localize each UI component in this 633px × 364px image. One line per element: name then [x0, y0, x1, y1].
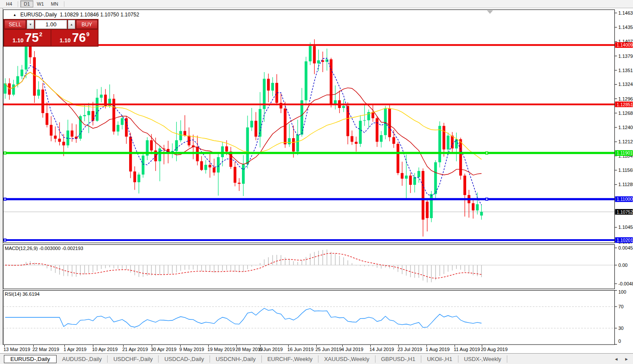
svg-text:1.13795: 1.13795 [618, 54, 633, 59]
svg-text:1.11901: 1.11901 [617, 150, 633, 155]
buy-price-big: 76 [72, 31, 86, 45]
svg-text:1.10450: 1.10450 [618, 225, 633, 230]
date-label: 30 Apr 2019 [151, 347, 176, 352]
chart-tab-bar: EURUSD-,DailyAUDUSD-,DailyUSDCHF-,DailyU… [0, 353, 633, 364]
date-label: 13 Mar 2019 [3, 347, 30, 352]
date-label: 16 Jun 2019 [287, 347, 314, 352]
date-label: 4 Jul 2019 [341, 347, 363, 352]
svg-text:1.11285: 1.11285 [618, 182, 633, 187]
svg-text:1.13240: 1.13240 [618, 82, 633, 87]
chart-title: ▲EURUSD-,Daily1.10829 1.10846 1.10750 1.… [13, 12, 139, 18]
svg-text:1.12851: 1.12851 [617, 102, 633, 107]
chart-ohlc-values: 1.10829 1.10846 1.10750 1.10752 [60, 12, 140, 18]
timeframe-toolbar: H4D1W1MN [0, 0, 633, 8]
chart-tab-usdcnh-daily[interactable]: USDCNH-,Daily [210, 355, 261, 363]
svg-text:1.14009: 1.14009 [617, 42, 633, 47]
date-label: 20 Aug 2019 [481, 347, 508, 352]
sell-price-sup: 2 [39, 30, 42, 38]
svg-text:1.12680: 1.12680 [618, 111, 633, 116]
timeframe-button-h4[interactable]: H4 [3, 0, 16, 7]
svg-text:0: 0 [618, 339, 621, 344]
buy-button[interactable]: BUY [76, 20, 98, 29]
volume-increase-button[interactable]: ▲ [68, 20, 75, 29]
rsi-axis: 10070300 [615, 290, 626, 345]
buy-price-sup: 9 [86, 30, 89, 38]
date-axis: 13 Mar 201922 Mar 20191 Apr 201910 Apr 2… [0, 345, 633, 353]
volume-input[interactable]: 1.00 [35, 20, 67, 29]
rsi-value: 36.6194 [22, 291, 40, 297]
svg-text:1.14635: 1.14635 [618, 10, 633, 16]
svg-text:30: 30 [618, 326, 623, 331]
rsi-indicator-panel: 10070300 [0, 290, 633, 345]
rsi-name: RSI(14) [5, 291, 21, 297]
date-label: 1 Aug 2019 [426, 347, 450, 352]
svg-text:1.11000: 1.11000 [617, 196, 633, 202]
svg-text:70: 70 [618, 304, 623, 309]
chart-tab-eurchf-weekly[interactable]: EURCHF-,Weekly [262, 355, 319, 363]
collapse-trade-panel-icon[interactable]: ▲ [13, 13, 16, 17]
chart-tab-usdcad-daily[interactable]: USDCAD-,Daily [159, 355, 210, 363]
rsi-label: RSI(14) 36.6194 [5, 291, 40, 297]
svg-text:-0.004806: -0.004806 [618, 281, 633, 286]
chart-tab-xauusd-weekly[interactable]: XAUUSD-,Weekly [318, 355, 375, 363]
svg-text:1.12400: 1.12400 [618, 125, 633, 130]
chart-tab-eurusd-daily[interactable]: EURUSD-,Daily [4, 355, 57, 363]
macd-label: MACD(12,26,9) -0.003000 -0.002193 [5, 246, 83, 251]
svg-text:1.10201: 1.10201 [617, 237, 633, 243]
chart-tab-audusd-daily[interactable]: AUDUSD-,Daily [57, 355, 108, 363]
tab-scroll-left-icon[interactable]: ◄ [614, 357, 618, 361]
svg-text:1.13515: 1.13515 [618, 68, 633, 73]
toolbar-separator [18, 1, 18, 7]
date-label: 21 Apr 2019 [122, 347, 148, 352]
svg-text:1.11565: 1.11565 [618, 168, 633, 173]
timeframe-button-mn[interactable]: MN [48, 0, 62, 7]
date-label: 19 May 2019 [207, 347, 235, 352]
chart-shift-marker-icon[interactable] [487, 10, 493, 14]
sell-price-big: 75 [25, 31, 38, 45]
date-label: 9 May 2019 [179, 347, 204, 352]
one-click-trading-panel: SELL ▼ 1.00 ▲ BUY 1.10 75 2 1.10 76 9 [3, 19, 99, 47]
chart-symbol-period: EURUSD-,Daily [20, 12, 57, 18]
date-label: 14 Jul 2019 [369, 347, 394, 352]
date-label: 1 Apr 2019 [64, 347, 86, 352]
chart-tab-usdchf-daily[interactable]: USDCHF-,Daily [108, 355, 159, 363]
timeframe-button-d1[interactable]: D1 [20, 0, 33, 7]
price-axis: 1.146351.143551.140751.137951.135151.132… [615, 10, 633, 244]
date-label: 23 Jul 2019 [398, 347, 422, 352]
chart-tab-ukoil-h1[interactable]: UKOil-,H1 [421, 355, 458, 363]
sell-price-prefix: 1.10 [13, 37, 23, 46]
date-label: 11 Aug 2019 [454, 347, 480, 352]
tab-scroll-controls: ◄ ► [614, 357, 633, 361]
chart-tab-gbpusd-h1[interactable]: GBPUSD-,H1 [375, 355, 421, 363]
svg-text:0.004517: 0.004517 [618, 245, 633, 250]
svg-text:0.00: 0.00 [618, 263, 627, 268]
macd-name: MACD(12,26,9) [5, 246, 38, 251]
macd-indicator-panel: 0.0045170.00-0.004806 [0, 244, 633, 290]
volume-decrease-button[interactable]: ▼ [27, 20, 34, 29]
sell-button[interactable]: SELL [4, 20, 26, 29]
buy-price-button[interactable]: 1.10 76 9 [51, 30, 98, 46]
date-label: 10 Apr 2019 [92, 347, 118, 352]
svg-text:100: 100 [618, 290, 626, 294]
svg-text:1.12960: 1.12960 [618, 96, 633, 101]
svg-text:1.12120: 1.12120 [618, 139, 633, 144]
date-label: 25 Jun 2019 [315, 347, 342, 352]
macd-axis: 0.0045170.00-0.004806 [615, 245, 633, 286]
date-label: 22 Mar 2019 [32, 347, 59, 352]
svg-text:1.14355: 1.14355 [618, 25, 633, 30]
macd-values: -0.003000 -0.002193 [39, 246, 83, 251]
tab-scroll-right-icon[interactable]: ► [624, 357, 629, 361]
toolbar-separator [64, 1, 64, 7]
buy-price-prefix: 1.10 [60, 37, 70, 46]
chart-tab-usdx-weekly[interactable]: USDX-,Weekly [458, 355, 507, 363]
timeframe-button-w1[interactable]: W1 [33, 0, 48, 7]
svg-text:1.10752: 1.10752 [617, 209, 633, 215]
date-label: 6 Jun 2019 [259, 347, 283, 352]
sell-price-button[interactable]: 1.10 75 2 [4, 30, 51, 46]
